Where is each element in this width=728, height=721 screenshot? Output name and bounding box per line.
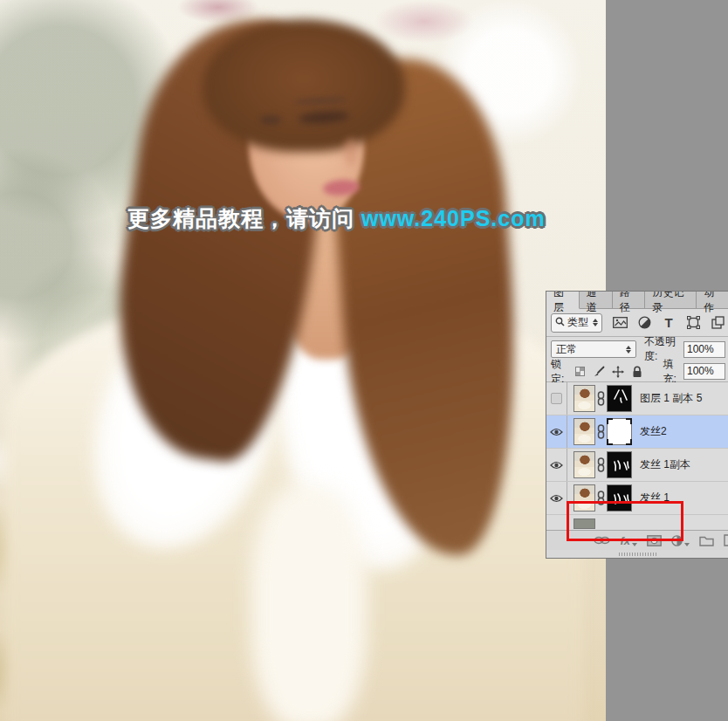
layer-mask-thumbnail[interactable] <box>607 451 632 478</box>
visibility-toggle[interactable] <box>546 515 567 530</box>
layer-row-copy5[interactable]: 图层 1 副本 5 <box>546 382 728 415</box>
blend-mode-value: 正常 <box>556 342 577 357</box>
photo-canvas: 更多精品教程，请访问 www.240PS.com <box>0 0 606 721</box>
new-layer-icon[interactable] <box>724 534 728 546</box>
filter-kind-label: 类型 <box>567 315 588 330</box>
tab-actions[interactable]: 动作 <box>697 292 728 308</box>
layer-mask-thumbnail-active[interactable] <box>607 418 632 445</box>
layer-name: 发丝 1副本 <box>640 457 690 472</box>
chevron-down-icon <box>684 543 690 546</box>
watermark: 更多精品教程，请访问 www.240PS.com <box>127 204 546 233</box>
layer-mask-thumbnail[interactable] <box>607 385 632 412</box>
layer-row-fasi1[interactable]: 发丝 1 <box>546 482 728 515</box>
new-adjustment-layer-icon[interactable] <box>671 535 690 546</box>
lock-row: 锁定: 填充: 100% <box>546 361 728 382</box>
layer-row-fasi1-copy[interactable]: 发丝 1副本 <box>546 449 728 482</box>
mask-selected-corner <box>626 439 632 445</box>
mask-selected-corner <box>607 418 613 424</box>
eye-icon <box>550 428 563 436</box>
layer-row-fasi2[interactable]: 发丝2 <box>546 415 728 449</box>
layer-list: 图层 1 副本 5 发丝2 <box>546 382 728 530</box>
lock-all-padlock-icon[interactable] <box>631 365 644 378</box>
visibility-toggle[interactable] <box>546 382 567 415</box>
adjustment-layer-filter-icon[interactable] <box>636 315 652 331</box>
layers-panel: 图层 通道 路径 历史记录 动作 类型 T <box>546 291 728 559</box>
layer-thumbnail[interactable] <box>573 451 595 478</box>
eye-icon <box>550 494 563 503</box>
pixel-layer-filter-icon[interactable] <box>612 315 628 331</box>
panel-tab-bar: 图层 通道 路径 历史记录 动作 <box>546 292 728 309</box>
eye-left-shape <box>260 115 281 125</box>
chevron-updown-icon <box>626 346 631 354</box>
mask-selected-corner <box>626 418 632 424</box>
hair-top-shape <box>203 19 405 152</box>
eye-icon <box>550 461 563 470</box>
link-mask-icon <box>595 491 607 505</box>
watermark-url: www.240PS.com <box>361 206 546 230</box>
smart-object-filter-icon[interactable] <box>710 315 725 331</box>
layer-thumbnail[interactable] <box>573 484 595 512</box>
type-layer-filter-icon[interactable]: T <box>661 315 676 331</box>
layer-thumbnail[interactable] <box>573 385 595 412</box>
lock-position-move-icon[interactable] <box>612 365 625 378</box>
panel-resize-grip[interactable] <box>546 550 728 558</box>
link-layers-icon[interactable] <box>594 536 610 545</box>
blend-mode-select[interactable]: 正常 <box>551 340 636 358</box>
layer-mask-thumbnail[interactable] <box>607 484 632 512</box>
shape-layer-filter-icon[interactable] <box>685 315 701 331</box>
screenshot-root: 更多精品教程，请访问 www.240PS.com 图层 通道 路径 历史记录 动… <box>0 0 728 721</box>
layer-name: 图层 1 副本 5 <box>640 391 702 406</box>
nose-shape <box>344 138 358 166</box>
visibility-toggle[interactable] <box>546 482 567 514</box>
chevron-updown-icon <box>593 319 598 326</box>
tab-channels[interactable]: 通道 <box>580 292 613 308</box>
tab-layers[interactable]: 图层 <box>546 292 580 309</box>
new-group-folder-icon[interactable] <box>699 535 714 546</box>
lock-icon-group <box>573 365 644 378</box>
layer-filter-row: 类型 T <box>546 309 728 337</box>
layer-thumbnail[interactable] <box>573 518 595 529</box>
layer-thumbnail[interactable] <box>573 418 595 445</box>
layer-style-fx-icon[interactable]: fx <box>620 535 637 546</box>
watermark-text: 更多精品教程，请访问 <box>127 206 361 230</box>
visibility-toggle[interactable] <box>546 449 567 481</box>
eye-hidden-well <box>551 393 562 404</box>
fill-field[interactable]: 100% <box>683 363 725 380</box>
add-layer-mask-icon[interactable] <box>647 535 662 546</box>
link-mask-icon <box>595 457 607 472</box>
search-icon <box>555 317 565 329</box>
grip-dots <box>619 553 657 556</box>
opacity-field[interactable]: 100% <box>683 341 725 358</box>
lock-transparency-icon[interactable] <box>573 365 587 378</box>
tab-paths[interactable]: 路径 <box>613 292 646 308</box>
layer-row-partial[interactable] <box>546 515 728 530</box>
chevron-down-icon <box>632 543 637 546</box>
link-mask-icon <box>595 424 607 439</box>
layer-name: 发丝2 <box>640 424 667 439</box>
mask-selected-corner <box>607 439 613 445</box>
visibility-toggle[interactable] <box>546 415 567 448</box>
blend-mode-row: 正常 不透明度: 100% <box>546 337 728 361</box>
filter-icon-group: T <box>612 315 725 331</box>
link-mask-icon <box>595 391 607 406</box>
panel-bottom-bar: fx <box>546 530 728 550</box>
filter-kind-select[interactable]: 类型 <box>551 313 602 333</box>
layer-name: 发丝 1 <box>640 491 670 505</box>
tab-history[interactable]: 历史记录 <box>645 292 697 308</box>
fur-collar-front <box>251 485 367 721</box>
lock-image-brush-icon[interactable] <box>593 365 606 378</box>
